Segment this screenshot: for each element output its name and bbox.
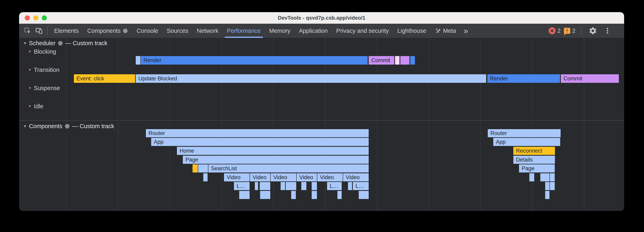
collapse-triangle-icon[interactable]: ▼ <box>23 41 27 45</box>
flame-bar-segment[interactable] <box>338 191 342 199</box>
tab-console[interactable]: Console <box>132 24 162 38</box>
subtrack-transition[interactable]: ▼Transition <box>28 66 60 74</box>
flame-bar-video[interactable]: Video <box>250 173 270 181</box>
flame-bar-label: Video <box>227 174 241 181</box>
collapse-triangle-icon[interactable]: ▼ <box>28 105 32 108</box>
flame-bar-l[interactable]: L… <box>327 182 342 190</box>
traffic-light-zoom[interactable] <box>42 15 47 20</box>
error-badge[interactable]: 2 <box>549 27 560 34</box>
kebab-menu-icon[interactable] <box>603 26 612 35</box>
warning-badge-icon: ! <box>564 28 570 34</box>
flame-bar-label: Update Blocked <box>138 76 177 82</box>
subtrack-idle[interactable]: ▼Idle <box>28 103 44 110</box>
tab-meta[interactable]: Meta <box>430 24 460 38</box>
track-header-components[interactable]: ▼Components — Custom track <box>23 122 114 130</box>
flame-bar-label: Router <box>490 130 507 136</box>
subtrack-label: Blocking <box>34 48 56 55</box>
tab-privacy-and-security[interactable]: Privacy and security <box>332 24 393 38</box>
subtrack-blocking[interactable]: ▼Blocking <box>28 48 56 55</box>
tab-lighthouse[interactable]: Lighthouse <box>393 24 430 38</box>
flame-bar-segment[interactable] <box>192 164 198 172</box>
performance-timeline[interactable]: ▼Scheduler — Custom track▼Blocking▼Trans… <box>19 38 624 211</box>
flame-bar-video[interactable]: Video <box>343 173 369 181</box>
flame-bar-segment[interactable] <box>260 182 270 190</box>
flame-bar-label: Video <box>273 174 287 181</box>
flame-bar-segment[interactable] <box>410 56 415 65</box>
gridline <box>428 38 429 211</box>
tab-network[interactable]: Network <box>192 24 222 38</box>
toolbar-divider <box>47 27 48 35</box>
traffic-light-close[interactable] <box>25 15 30 20</box>
flame-bar-l[interactable]: L… <box>353 182 369 190</box>
flame-bar-label: Reconnect <box>516 148 542 154</box>
flame-bar-reconnect[interactable]: Reconnect <box>513 147 555 155</box>
traffic-light-minimize[interactable] <box>33 15 38 20</box>
collapse-triangle-icon[interactable]: ▼ <box>28 68 32 72</box>
flame-bar-video[interactable]: Video <box>224 173 250 181</box>
inspect-element-icon[interactable] <box>23 26 32 35</box>
collapse-triangle-icon[interactable]: ▼ <box>28 50 32 53</box>
flame-bar-commit[interactable]: Commit <box>561 74 619 83</box>
flame-bar-video[interactable]: Video <box>317 173 343 181</box>
flame-bar-segment[interactable] <box>198 164 208 172</box>
flame-bar-segment[interactable] <box>312 182 317 190</box>
flame-bar-update-blocked[interactable]: Update Blocked <box>136 74 486 83</box>
error-badge-icon <box>549 27 556 34</box>
flame-bar-segment[interactable] <box>291 191 296 199</box>
toolbar-right-controls: 2 ! 2 <box>549 26 624 35</box>
flame-bar-app[interactable]: App <box>151 138 369 146</box>
tab-components[interactable]: Components <box>83 24 132 38</box>
subtrack-suspense[interactable]: ▼Suspense <box>28 84 60 92</box>
flame-bar-label: Video <box>320 174 334 181</box>
track-header-scheduler[interactable]: ▼Scheduler — Custom track <box>23 39 107 47</box>
flame-bar-segment[interactable] <box>136 56 140 65</box>
flame-bar-segment[interactable] <box>301 182 306 190</box>
flame-bar-segment[interactable] <box>550 182 555 190</box>
tab-memory[interactable]: Memory <box>265 24 295 38</box>
subtrack-label: Idle <box>34 103 44 110</box>
settings-gear-icon[interactable] <box>588 26 597 35</box>
flame-bar-segment[interactable] <box>312 191 317 199</box>
flame-bar-page[interactable]: Page <box>519 164 555 172</box>
flame-bar-segment[interactable] <box>545 191 550 199</box>
subtrack-label: Suspense <box>34 85 60 92</box>
tab-application[interactable]: Application <box>294 24 332 38</box>
flame-bar-render[interactable]: Render <box>487 74 560 83</box>
toggle-device-toolbar-icon[interactable] <box>34 26 44 35</box>
flame-bar-segment[interactable] <box>255 182 258 190</box>
flame-bar-segment[interactable] <box>239 191 250 199</box>
collapse-triangle-icon[interactable]: ▼ <box>28 86 32 90</box>
flame-bar-router[interactable]: Router <box>488 129 560 137</box>
flame-bar-segment[interactable] <box>545 182 550 190</box>
tab-performance[interactable]: Performance <box>222 24 265 38</box>
flame-bar-video[interactable]: Video <box>271 173 296 181</box>
flame-bar-app[interactable]: App <box>493 138 560 146</box>
flame-bar-video[interactable]: Video <box>297 173 317 181</box>
flame-bar-render[interactable]: Render <box>141 56 368 65</box>
flame-bar-home[interactable]: Home <box>177 147 369 155</box>
flame-bar-segment[interactable] <box>400 56 410 65</box>
flame-bar-details[interactable]: Details <box>513 156 555 164</box>
flame-bar-segment[interactable] <box>260 191 270 199</box>
flame-bar-commit[interactable]: Commit <box>369 56 394 65</box>
warning-badge[interactable]: ! 2 <box>564 27 576 34</box>
flame-bar-segment[interactable] <box>203 173 208 181</box>
flame-bar-segment[interactable] <box>540 173 550 181</box>
flame-bar-segment[interactable] <box>348 182 352 190</box>
collapse-triangle-icon[interactable]: ▼ <box>23 124 27 128</box>
flame-bar-router[interactable]: Router <box>146 129 369 137</box>
flame-bar-segment[interactable] <box>286 182 296 190</box>
flame-bar-searchlist[interactable]: SearchList <box>208 164 369 172</box>
more-tabs-icon[interactable]: » <box>460 26 471 35</box>
tab-elements[interactable]: Elements <box>50 24 83 38</box>
flame-bar-segment[interactable] <box>359 191 369 199</box>
flame-bar-segment[interactable] <box>529 173 534 181</box>
flame-bar-event-click[interactable]: Event: click <box>74 74 135 83</box>
flame-bar-l[interactable]: L… <box>234 182 250 190</box>
tab-label: Meta <box>443 27 456 34</box>
flame-bar-segment[interactable] <box>280 182 285 190</box>
flame-bar-page[interactable]: Page <box>183 156 369 164</box>
flame-bar-segment[interactable] <box>550 173 555 181</box>
tab-sources[interactable]: Sources <box>162 24 192 38</box>
flame-bar-segment[interactable] <box>395 56 400 65</box>
